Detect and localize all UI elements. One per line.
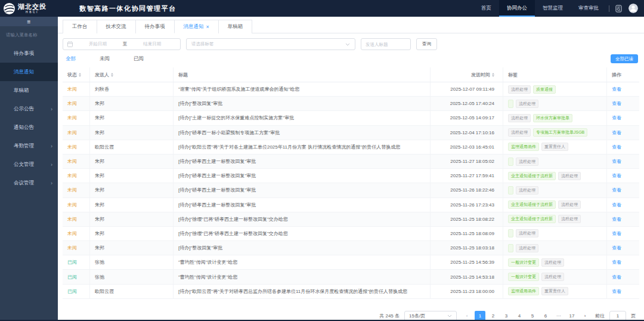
tab-messages[interactable]: 消息通知× xyxy=(174,20,218,33)
column-label: 操作 xyxy=(612,72,621,78)
time-cell: 2025-12-07 09:11:49 xyxy=(431,82,503,96)
sidebar-search[interactable] xyxy=(0,26,58,41)
sidebar-item-attendance[interactable]: 考勤管理› xyxy=(0,137,58,155)
table-row: 已阅张弛"曹均胜"传阅"设计变更"给您2025-11-25 14:53:18一般… xyxy=(63,270,639,284)
status-badge: 未阅 xyxy=(67,245,77,251)
sidebar-item-public-notice[interactable]: 公示公告› xyxy=(0,100,58,118)
close-icon[interactable]: × xyxy=(206,24,209,30)
title-cell: [待办]"土建一标提交的环水保重难点控制实施方案"审批 xyxy=(174,111,431,125)
title-cell: [待办]"硚孝西一标小箱梁预制专项施工方案"审批 xyxy=(174,126,431,140)
sidebar-item-messages[interactable]: 消息通知 xyxy=(0,63,58,81)
tag-info: 重置责任人 xyxy=(541,287,568,295)
tag-select[interactable]: 请选择标签 xyxy=(186,38,355,50)
date-range-picker[interactable]: 开始日期 至 结束日期 xyxy=(63,38,181,50)
tags-cell: 流程处理 xyxy=(503,227,607,240)
tag-success: 业主通知通报子流程新 xyxy=(508,200,556,209)
view-tab-read[interactable]: 已阅 xyxy=(134,55,144,63)
view-link[interactable]: 查看 xyxy=(612,216,621,223)
tab-workbench[interactable]: 工作台 xyxy=(63,20,97,33)
nav-item-home[interactable]: 首页 xyxy=(473,0,499,17)
time-cell: 2025-12-05 17:40:24 xyxy=(431,97,503,110)
status-cell: 未阅 xyxy=(63,82,90,96)
nav-item-smart-supervision[interactable]: 智慧监理 xyxy=(535,0,571,17)
view-link[interactable]: 查看 xyxy=(612,158,621,165)
view-link[interactable]: 查看 xyxy=(612,202,621,208)
nav-item-collab-office[interactable]: 协同办公 xyxy=(499,0,535,17)
table-row: 未阅欧阳云霞[待办]"欧阳云霞"将"关于对各土建施工单位2025年11月份方案 … xyxy=(63,140,639,155)
mark-all-read-button[interactable]: 全部已读 xyxy=(611,54,638,63)
sidebar-item-drafts[interactable]: 草稿箱 xyxy=(0,81,58,100)
column-label: 标签 xyxy=(508,72,518,78)
view-tab-all[interactable]: 全部 xyxy=(66,55,76,63)
view-link[interactable]: 查看 xyxy=(612,100,621,107)
tab-label: 工作台 xyxy=(72,23,88,30)
tag-info: 流程处理 xyxy=(508,128,531,137)
tag-info: 流程处理 xyxy=(558,215,581,223)
tag-info: 流程处理 xyxy=(558,172,581,180)
view-link[interactable]: 查看 xyxy=(612,172,621,179)
view-tab-unread[interactable]: 未阅 xyxy=(100,55,110,63)
tag-success: 业主通知通报子流程新 xyxy=(508,215,556,223)
tab-drafts[interactable]: 草稿箱 xyxy=(218,20,253,33)
tab-todo[interactable]: 待办事项 xyxy=(135,20,174,33)
table-row: 未阅朱邦[待办]"硚孝西土建一标整改回复"审批2025-11-26 17:23:… xyxy=(63,198,639,212)
view-link[interactable]: 查看 xyxy=(612,144,621,150)
sidebar-item-label: 公示公告 xyxy=(14,106,34,113)
sort-icon[interactable] xyxy=(79,73,81,77)
tag-success xyxy=(508,244,513,252)
nav-item-review-approval[interactable]: 审查审批 xyxy=(571,0,606,17)
sender-cell: 张弛 xyxy=(90,255,174,269)
table-row: 未阅朱邦[待办]"硚孝西一标小箱梁预制专项施工方案"审批2025-12-04 1… xyxy=(63,126,639,140)
sender-cell: 张弛 xyxy=(90,270,174,283)
keyword-field xyxy=(361,38,411,50)
sidebar-collapse-button[interactable]: ≡ xyxy=(0,17,58,26)
tags-cell: 流程处理专项施工方案审批单JSGB xyxy=(503,126,607,140)
column-header-5: 操作 xyxy=(607,67,639,82)
view-link[interactable]: 查看 xyxy=(612,274,621,280)
sidebar-item-todo[interactable]: 待办事项 xyxy=(0,44,58,63)
status-badge: 未阅 xyxy=(67,129,77,136)
status-badge: 已阅 xyxy=(67,259,77,266)
search-button[interactable]: 查询 xyxy=(416,38,437,50)
keyword-input[interactable] xyxy=(363,42,409,47)
tab-tech-exchange[interactable]: 技术交流 xyxy=(97,20,135,33)
tags-cell: 流程处理 xyxy=(503,183,607,197)
tag-success: 监理通用函件 xyxy=(508,143,539,151)
column-header-0[interactable]: 状态 xyxy=(63,67,90,82)
tags-cell: 流程处理质量通报 xyxy=(503,82,607,96)
view-link[interactable]: 查看 xyxy=(612,230,621,237)
column-header-3[interactable]: 发送时间 xyxy=(431,67,503,82)
view-link[interactable]: 查看 xyxy=(612,86,621,92)
column-header-1[interactable]: 发送人 xyxy=(90,67,174,82)
sidebar-item-official-doc[interactable]: 公文管理› xyxy=(0,155,58,174)
view-link[interactable]: 查看 xyxy=(612,259,621,266)
user-avatar[interactable] xyxy=(628,4,638,13)
status-cell: 未阅 xyxy=(63,140,90,154)
view-link[interactable]: 查看 xyxy=(612,187,621,193)
table-row: 未阅朱邦[待办]"硚孝西土建一标整改回复"审批2025-11-27 17:59:… xyxy=(63,169,639,183)
sender-cell: 朱邦 xyxy=(90,212,174,226)
tag-info: 流程处理 xyxy=(508,85,531,94)
title-cell: [待办]"欧阳云霞"将"关于对硚孝西总监办所辖各参建单位11月份环水保月度检查情… xyxy=(174,285,431,298)
sidebar-item-label: 消息通知 xyxy=(14,69,34,76)
sort-icon[interactable] xyxy=(492,73,494,77)
sidebar-item-meeting[interactable]: 会议管理› xyxy=(0,174,58,192)
logo-sub: HBCI xyxy=(18,11,47,14)
view-link[interactable]: 查看 xyxy=(612,129,621,136)
sidebar-item-notice[interactable]: 通知公告 xyxy=(0,118,58,137)
tag-success: 专项施工方案审批单JSGB xyxy=(533,128,587,137)
status-cell: 已阅 xyxy=(63,270,90,283)
view-link[interactable]: 查看 xyxy=(612,288,621,295)
view-link[interactable]: 查看 xyxy=(612,115,621,121)
action-cell: 查看 xyxy=(607,183,639,197)
sort-icon[interactable] xyxy=(111,73,113,77)
title-cell: "曹均胜"传阅"设计变更"给您 xyxy=(174,270,431,283)
sender-cell: 欧阳云霞 xyxy=(90,140,174,154)
action-cell: 查看 xyxy=(607,285,639,298)
tag-info: 流程处理 xyxy=(558,200,581,209)
contacts-search-icon[interactable] xyxy=(615,5,623,13)
tag-success: 监理通用函件 xyxy=(508,287,539,295)
page-title: 数智高路一体化协同管理平台 xyxy=(79,4,177,13)
sidebar-search-input[interactable] xyxy=(5,32,55,38)
view-link[interactable]: 查看 xyxy=(612,245,621,251)
